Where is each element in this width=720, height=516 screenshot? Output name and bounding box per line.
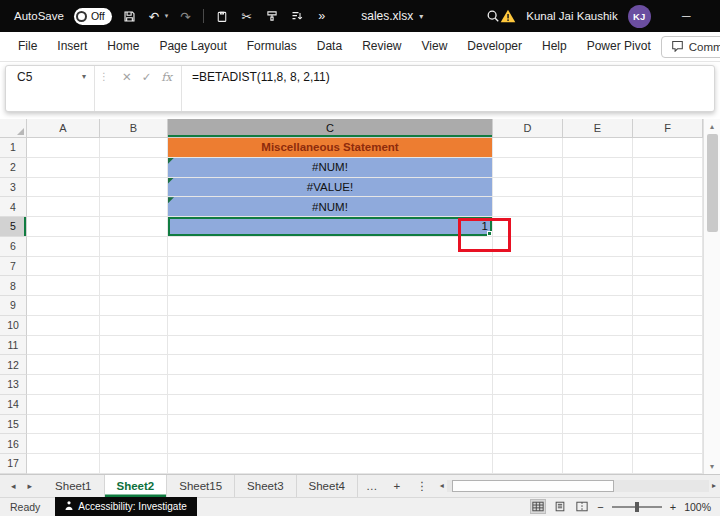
cell-F1[interactable] <box>633 138 703 158</box>
column-header-D[interactable]: D <box>493 119 563 138</box>
fill-handle[interactable] <box>487 231 492 236</box>
cell-B9[interactable] <box>100 296 168 316</box>
cell-A12[interactable] <box>27 355 100 375</box>
cell-C14[interactable] <box>168 395 493 415</box>
cell-D1[interactable] <box>493 138 563 158</box>
cell-F2[interactable] <box>633 158 703 178</box>
column-header-E[interactable]: E <box>563 119 633 138</box>
cell-C4[interactable]: #NUM! <box>168 197 493 217</box>
cell-F16[interactable] <box>633 434 703 454</box>
scroll-up-icon[interactable]: ▴ <box>710 119 714 134</box>
row-header-4[interactable]: 4 <box>0 197 27 217</box>
horizontal-scrollbar[interactable]: ◂ ▸ <box>436 475 720 497</box>
cell-F15[interactable] <box>633 415 703 435</box>
cell-E9[interactable] <box>563 296 633 316</box>
cell-F11[interactable] <box>633 336 703 356</box>
row-header-10[interactable]: 10 <box>0 316 27 336</box>
cell-F7[interactable] <box>633 257 703 277</box>
cell-A14[interactable] <box>27 395 100 415</box>
cell-E3[interactable] <box>563 178 633 198</box>
cell-B15[interactable] <box>100 415 168 435</box>
ribbon-tab-review[interactable]: Review <box>352 32 411 61</box>
ribbon-tab-page-layout[interactable]: Page Layout <box>149 32 236 61</box>
formula-bar-drag-icon[interactable]: ⋮ <box>95 66 113 111</box>
row-header-5[interactable]: 5 <box>0 217 27 237</box>
ribbon-tab-developer[interactable]: Developer <box>457 32 532 61</box>
cell-B6[interactable] <box>100 237 168 257</box>
user-name[interactable]: Kunal Jai Kaushik <box>526 10 617 22</box>
add-sheet-button[interactable]: + <box>386 475 409 497</box>
ribbon-tab-insert[interactable]: Insert <box>47 32 97 61</box>
sheet-tab-sheet15[interactable]: Sheet15 <box>167 475 235 497</box>
cell-B8[interactable] <box>100 276 168 296</box>
cell-E17[interactable] <box>563 454 633 474</box>
row-header-16[interactable]: 16 <box>0 434 27 454</box>
cell-C10[interactable] <box>168 316 493 336</box>
document-title[interactable]: sales.xlsx ▾ <box>361 9 423 23</box>
cell-B1[interactable] <box>100 138 168 158</box>
undo-icon[interactable]: ↶ <box>147 8 162 24</box>
zoom-in-button[interactable]: + <box>670 501 676 513</box>
cell-B13[interactable] <box>100 375 168 395</box>
cell-D10[interactable] <box>493 316 563 336</box>
cancel-icon[interactable]: ✕ <box>122 70 132 111</box>
cell-D16[interactable] <box>493 434 563 454</box>
normal-view-icon[interactable] <box>531 500 545 513</box>
cell-C6[interactable] <box>168 237 493 257</box>
cell-A9[interactable] <box>27 296 100 316</box>
cell-F6[interactable] <box>633 237 703 257</box>
column-header-C[interactable]: C <box>168 119 493 138</box>
horizontal-scroll-thumb[interactable] <box>452 480 615 492</box>
cell-B2[interactable] <box>100 158 168 178</box>
row-header-2[interactable]: 2 <box>0 158 27 178</box>
ribbon-tab-home[interactable]: Home <box>97 32 149 61</box>
cell-B11[interactable] <box>100 336 168 356</box>
cell-A15[interactable] <box>27 415 100 435</box>
cell-D14[interactable] <box>493 395 563 415</box>
cell-D12[interactable] <box>493 355 563 375</box>
cell-E8[interactable] <box>563 276 633 296</box>
name-box-dropdown-icon[interactable]: ▾ <box>82 72 86 81</box>
row-header-7[interactable]: 7 <box>0 257 27 277</box>
cell-D9[interactable] <box>493 296 563 316</box>
row-header-13[interactable]: 13 <box>0 375 27 395</box>
zoom-slider-knob[interactable] <box>635 502 639 512</box>
ribbon-tab-file[interactable]: File <box>8 32 47 61</box>
row-header-9[interactable]: 9 <box>0 296 27 316</box>
cell-F8[interactable] <box>633 276 703 296</box>
name-box[interactable]: C5 ▾ <box>6 66 94 111</box>
comments-button[interactable]: Comments <box>661 36 720 58</box>
ribbon-tab-data[interactable]: Data <box>307 32 352 61</box>
cell-D2[interactable] <box>493 158 563 178</box>
sheet-options-icon[interactable]: ⋮ <box>408 475 436 497</box>
cell-A13[interactable] <box>27 375 100 395</box>
cell-C11[interactable] <box>168 336 493 356</box>
cell-C7[interactable] <box>168 257 493 277</box>
autosave-toggle[interactable]: Off <box>74 8 112 25</box>
cell-A8[interactable] <box>27 276 100 296</box>
scroll-right-icon[interactable]: ▸ <box>712 481 716 490</box>
save-icon[interactable] <box>122 8 137 24</box>
row-header-17[interactable]: 17 <box>0 454 27 474</box>
cell-A7[interactable] <box>27 257 100 277</box>
cell-F13[interactable] <box>633 375 703 395</box>
cell-C2[interactable]: #NUM! <box>168 158 493 178</box>
cell-A3[interactable] <box>27 178 100 198</box>
cell-A17[interactable] <box>27 454 100 474</box>
sheet-tab-sheet2[interactable]: Sheet2 <box>105 475 168 497</box>
scroll-down-icon[interactable]: ▾ <box>710 459 714 474</box>
cell-B4[interactable] <box>100 197 168 217</box>
cell-B12[interactable] <box>100 355 168 375</box>
cell-D4[interactable] <box>493 197 563 217</box>
cut-icon[interactable]: ✂ <box>239 8 254 24</box>
zoom-slider[interactable] <box>612 506 662 508</box>
cell-A2[interactable] <box>27 158 100 178</box>
cell-C12[interactable] <box>168 355 493 375</box>
cell-D8[interactable] <box>493 276 563 296</box>
column-header-F[interactable]: F <box>633 119 703 138</box>
more-sheets-icon[interactable]: … <box>358 475 386 497</box>
cell-F5[interactable] <box>633 217 703 237</box>
cell-F3[interactable] <box>633 178 703 198</box>
search-icon[interactable] <box>485 8 500 24</box>
cell-D11[interactable] <box>493 336 563 356</box>
